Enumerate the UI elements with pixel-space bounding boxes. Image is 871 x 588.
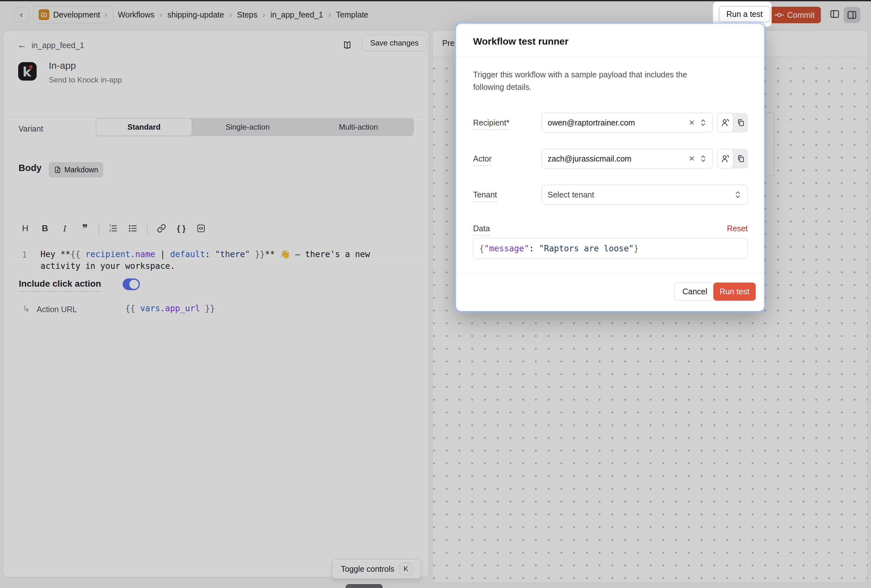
actor-label: Actor [473,154,492,166]
run-a-test-button[interactable]: Run a test [719,6,770,22]
clear-icon[interactable]: ✕ [684,118,699,127]
actor-combobox[interactable]: zach@jurassicmail.com ✕ [542,149,713,169]
recipient-value: owen@raptortrainer.com [548,118,684,127]
chevron-updown-icon[interactable] [699,118,707,127]
recipient-combobox[interactable]: owen@raptortrainer.com ✕ [542,113,713,133]
modal-title: Workflow test runner [473,36,568,47]
tenant-select[interactable]: Select tenant [542,185,748,205]
recipient-mode-control [717,113,748,133]
chevron-updown-icon [734,190,742,199]
tenant-placeholder: Select tenant [548,190,734,199]
user-select-icon[interactable] [717,113,733,133]
data-reset-link[interactable]: Reset [456,224,748,233]
clear-icon[interactable]: ✕ [684,154,699,163]
user-select-icon[interactable] [717,149,733,169]
copy-icon[interactable] [733,149,748,169]
run-test-button[interactable]: Run test [713,283,756,301]
copy-icon[interactable] [733,113,748,133]
actor-mode-control [717,149,748,169]
cancel-button[interactable]: Cancel [675,283,715,301]
data-json-value: {"message": "Raptors are loose"} [479,244,639,253]
actor-value: zach@jurassicmail.com [548,154,684,163]
workflow-test-runner-modal: Workflow test runner Trigger this workfl… [456,23,765,311]
recipient-label: Recipient* [473,118,509,130]
modal-footer-divider [456,273,764,273]
chevron-updown-icon[interactable] [699,154,707,163]
data-json-input[interactable]: {"message": "Raptors are loose"} [473,238,748,259]
modal-description: Trigger this workflow with a sample payl… [473,69,719,93]
tenant-label: Tenant [473,190,497,202]
modal-header-divider [456,57,764,57]
